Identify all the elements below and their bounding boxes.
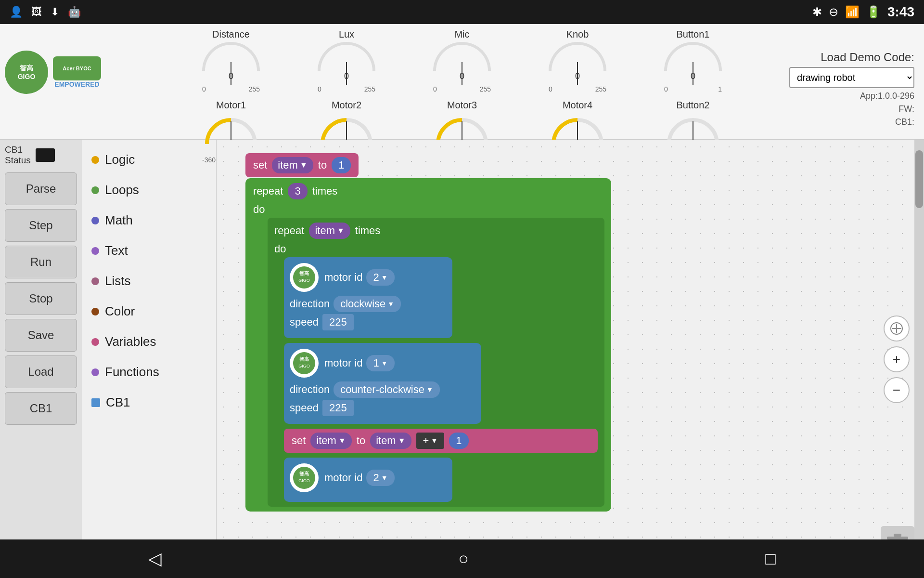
sensor-mic-max: 255 (480, 85, 491, 93)
speed-value-1[interactable]: 225 (322, 314, 354, 330)
direction-label-2: direction (290, 383, 330, 396)
svg-text:智高: 智高 (299, 356, 309, 362)
value-2-pill[interactable]: 1 (449, 433, 468, 449)
motor-id-select-3[interactable]: 2 ▼ (366, 470, 394, 486)
item-dropdown[interactable]: ▼ (300, 161, 308, 170)
value-2: 1 (456, 434, 462, 447)
sensor-button1-label: Button1 (677, 29, 710, 40)
motor2-header: 智高 GIGO motor id 1 ▼ (290, 349, 475, 378)
motor-id-value-1: 2 (373, 271, 379, 284)
item-dropdown-2[interactable]: ▼ (338, 436, 346, 445)
gigo-logo-1: 智高 GIGO (290, 263, 319, 292)
code-canvas[interactable]: set item ▼ to 1 repeat 3 times do (217, 140, 924, 578)
motor1-speed-row: speed 225 (290, 314, 447, 330)
sensor-knob-max: 255 (595, 85, 606, 93)
item-inner-dropdown[interactable]: ▼ (337, 226, 345, 235)
item-pill[interactable]: item ▼ (272, 157, 313, 173)
minus-circle-icon: ⊖ (829, 5, 838, 19)
category-cb1[interactable]: CB1 (82, 387, 216, 418)
item-inner-pill[interactable]: item ▼ (309, 223, 350, 239)
direction-value-1: clockwise (340, 298, 385, 310)
sensor-distance-max: 255 (249, 85, 260, 93)
speed-value-2[interactable]: 225 (322, 400, 354, 416)
value-pill[interactable]: 1 (332, 157, 351, 173)
logic-dot (91, 156, 99, 164)
motor-block-3[interactable]: 智高 GIGO motor id 2 ▼ (284, 458, 452, 502)
set-value: 1 (338, 159, 344, 171)
direction-value-2: counter-clockwise (340, 383, 424, 396)
category-functions[interactable]: Functions (82, 357, 216, 387)
svg-text:GIGO: GIGO (298, 278, 310, 283)
scrollbar-thumb[interactable] (915, 150, 923, 208)
zoom-out-button[interactable]: − (884, 377, 910, 403)
op-select[interactable]: + ▼ (416, 433, 445, 449)
category-variables[interactable]: Variables (82, 327, 216, 357)
direction-select-1[interactable]: clockwise ▼ (334, 296, 401, 312)
app-info: App:1.0.0-296 (860, 91, 914, 101)
left-panel: CB1 Status Parse Step Run Stop Save Load… (0, 140, 82, 578)
gigo-logo: 智高GIGO (5, 51, 48, 94)
sensor-button1-value: 0 (664, 71, 722, 81)
android-icon: 🤖 (68, 6, 81, 18)
category-lists[interactable]: Lists (82, 266, 216, 296)
repeat-inner-block[interactable]: repeat item ▼ times do 智高 (268, 218, 604, 507)
wifi-icon: 📶 (845, 5, 860, 19)
item-pill-2[interactable]: item ▼ (310, 433, 351, 449)
step-button[interactable]: Step (5, 209, 77, 242)
sensor-knob-label: Knob (566, 29, 589, 40)
zoom-in-button[interactable]: + (884, 346, 910, 372)
times-inner-label: times (355, 224, 381, 237)
motor4-label: Motor4 (563, 100, 592, 111)
motor-id-select-1[interactable]: 2 ▼ (366, 269, 394, 286)
repeat-outer-block[interactable]: repeat 3 times do repeat item ▼ times (245, 178, 611, 512)
acer-byoc-logo: Acer BYOC EMPOWERED (53, 56, 101, 88)
sensor-button1-min: 0 (664, 85, 668, 93)
cb1-label: CB1 (5, 144, 31, 155)
motor-block-1[interactable]: 智高 GIGO motor id 2 ▼ (284, 257, 452, 338)
status-icons-left: 👤 🖼 ⬇ 🤖 (10, 6, 81, 18)
to-label: to (318, 159, 327, 171)
back-button[interactable]: ◁ (129, 544, 181, 574)
save-button[interactable]: Save (5, 319, 77, 352)
repeat-label: repeat (253, 185, 283, 197)
math-dot (91, 217, 99, 224)
category-panel: Logic Loops Math Text Lists Color Variab… (82, 140, 217, 578)
set-item-block-2[interactable]: set item ▼ to item ▼ + ▼ 1 (284, 429, 598, 453)
load-demo-panel: Load Demo Code: drawing robot basic move… (789, 51, 914, 127)
cb1-button[interactable]: CB1 (5, 392, 77, 425)
load-button[interactable]: Load (5, 355, 77, 388)
motor-block-2[interactable]: 智高 GIGO motor id 1 ▼ (284, 343, 481, 424)
fw-info: FW: (898, 104, 914, 114)
sensor-button1-max: 1 (718, 85, 722, 93)
zoom-center-button[interactable] (884, 315, 910, 342)
home-button[interactable]: ○ (439, 544, 488, 574)
canvas-scrollbar[interactable] (914, 140, 924, 578)
svg-point-5 (293, 266, 315, 289)
recents-button[interactable]: □ (746, 544, 795, 574)
sensor-lux-value: 0 (318, 71, 375, 81)
stop-button[interactable]: Stop (5, 282, 77, 315)
direction-select-2[interactable]: counter-clockwise ▼ (334, 381, 440, 398)
category-loops[interactable]: Loops (82, 175, 216, 205)
category-text[interactable]: Text (82, 236, 216, 266)
category-color[interactable]: Color (82, 296, 216, 327)
category-math[interactable]: Math (82, 205, 216, 236)
category-loops-label: Loops (105, 183, 139, 197)
do-inner-label: do (274, 243, 598, 255)
sensor-lux-max: 255 (364, 85, 375, 93)
set-item-block[interactable]: set item ▼ to 1 (245, 153, 359, 177)
cb1-status-display: CB1 Status (5, 144, 77, 166)
cb1-info: CB1: (895, 117, 914, 127)
demo-select[interactable]: drawing robot basic move dance (789, 67, 914, 88)
category-text-label: Text (105, 243, 128, 258)
category-lists-label: Lists (105, 274, 130, 289)
run-button[interactable]: Run (5, 246, 77, 278)
status-bar: 👤 🖼 ⬇ 🤖 ✱ ⊖ 📶 🔋 3:43 (0, 0, 924, 24)
sensor-lux-min: 0 (318, 85, 321, 93)
repeat-times-pill[interactable]: 3 (288, 183, 307, 199)
parse-button[interactable]: Parse (5, 172, 77, 205)
text-dot (91, 247, 99, 255)
item-ref-pill[interactable]: item ▼ (370, 433, 411, 449)
category-math-label: Math (105, 213, 133, 228)
motor-id-select-2[interactable]: 1 ▼ (366, 355, 394, 371)
